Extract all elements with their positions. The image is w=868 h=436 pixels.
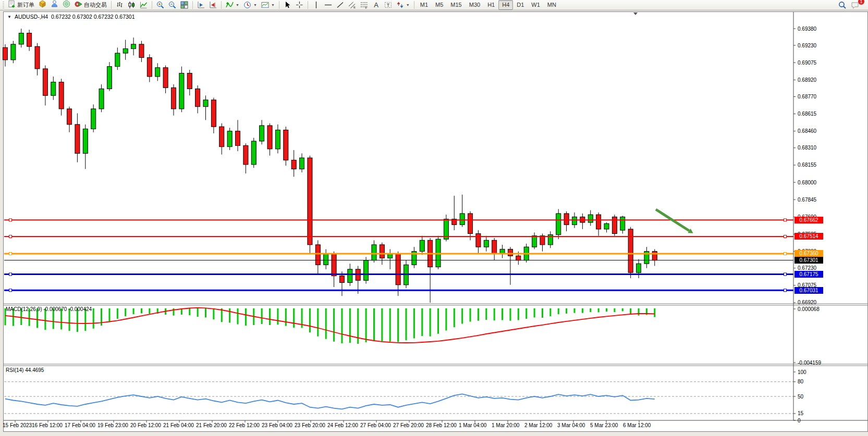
rsi-scale-label: 80 — [798, 379, 804, 384]
tile-windows-button[interactable] — [178, 0, 190, 10]
macd-bar — [445, 308, 447, 331]
candle-up — [572, 217, 577, 225]
chart-canvas[interactable]: 0.693800.692300.690750.689200.687700.686… — [0, 0, 868, 436]
vertical-line-button[interactable] — [310, 0, 322, 10]
candle-up — [83, 129, 88, 153]
toolbar-grip[interactable] — [3, 2, 4, 9]
macd-bar — [93, 308, 94, 329]
rsi-scale-label: 0 — [798, 418, 801, 423]
macd-bar — [237, 308, 239, 325]
macd-bar — [317, 308, 319, 337]
macd-bar — [622, 308, 624, 312]
candle-down — [187, 73, 192, 89]
symbol-period-label: AUDUSD-,H4 — [15, 14, 48, 20]
signals-button[interactable] — [60, 0, 72, 10]
timeframe-m30[interactable]: M30 — [466, 0, 484, 10]
price-tick-label: 0.66920 — [798, 300, 817, 305]
candlestick-chart-button[interactable] — [126, 0, 138, 10]
zoom-out-button[interactable] — [166, 0, 178, 10]
timeframe-h4[interactable]: H4 — [498, 0, 513, 10]
chevron-down-icon: ▼ — [236, 3, 239, 7]
macd-bar — [502, 308, 503, 320]
text-label-button[interactable]: T — [382, 0, 394, 10]
gold-cube-button[interactable] — [36, 0, 48, 10]
timeframe-m5[interactable]: M5 — [432, 0, 447, 10]
macd-bar — [525, 308, 527, 319]
chart-title: ▼AUDUSD-,H4 0.67232 0.67302 0.67232 0.67… — [7, 14, 135, 20]
macd-bar — [333, 308, 335, 342]
cursor-button[interactable] — [282, 0, 294, 10]
horizontal-line-button[interactable] — [322, 0, 334, 10]
macd-bar — [654, 308, 655, 317]
candle-up — [532, 236, 537, 247]
macd-bar — [606, 308, 607, 312]
candle-up — [179, 73, 184, 109]
candle-up — [251, 141, 256, 165]
macd-bar — [389, 308, 391, 342]
candle-up — [51, 82, 56, 96]
candle-down — [284, 130, 288, 160]
price-tick-label: 0.69230 — [798, 43, 817, 48]
indicators-button[interactable]: ▼ — [224, 0, 241, 10]
timeframe-m15[interactable]: M15 — [447, 0, 465, 10]
chart-window-frame — [4, 12, 868, 432]
candle-up — [420, 240, 424, 251]
macd-bar — [277, 308, 278, 325]
symbol-dropdown-icon[interactable]: ▼ — [7, 15, 11, 19]
price-tick-label: 0.69075 — [798, 60, 817, 66]
macd-bar — [197, 308, 199, 317]
candle-up — [324, 254, 328, 265]
new-order-label: 新订单 — [17, 1, 34, 9]
equidistant-channel-button[interactable]: E — [346, 0, 358, 10]
text-button[interactable]: A — [370, 0, 382, 10]
candle-down — [59, 82, 64, 109]
templates-button[interactable]: ▼ — [259, 0, 277, 10]
line-handle — [9, 235, 12, 238]
notifications-button[interactable]: 1 — [849, 0, 862, 10]
community-button[interactable] — [48, 0, 60, 10]
timeframe-w1[interactable]: W1 — [528, 0, 544, 10]
macd-bar — [149, 308, 150, 314]
crosshair-button[interactable] — [294, 0, 305, 10]
macd-bar — [421, 308, 423, 336]
macd-bar — [341, 308, 343, 343]
timeframe-mn[interactable]: MN — [544, 0, 560, 10]
candle-up — [115, 53, 120, 67]
macd-bar — [133, 308, 135, 314]
fibonacci-button[interactable]: F — [358, 0, 370, 10]
search-button[interactable] — [836, 0, 849, 10]
line-handle — [9, 252, 12, 255]
periods-button[interactable]: ▼ — [241, 0, 259, 10]
macd-bar — [269, 308, 271, 325]
svg-text:T: T — [387, 3, 390, 8]
price-tag-0.67662: 0.67662 — [794, 217, 823, 223]
trendline-button[interactable] — [334, 0, 346, 10]
line-handle — [784, 273, 787, 276]
candle-down — [267, 126, 272, 149]
chevron-down-icon: ▼ — [406, 3, 410, 7]
macd-scale-label: -0.004159 — [798, 360, 821, 366]
candle-up — [123, 48, 128, 53]
auto-arrange-button[interactable] — [195, 0, 207, 10]
track-chart-button[interactable] — [207, 0, 219, 10]
timeframe-h1[interactable]: H1 — [484, 0, 498, 10]
bar-chart-button[interactable] — [114, 0, 126, 10]
timeframe-d1[interactable]: D1 — [513, 0, 528, 10]
macd-bar — [461, 308, 463, 324]
candle-down — [291, 160, 296, 169]
price-tick-label: 0.68920 — [798, 77, 817, 83]
new-order-button[interactable]: 新订单 — [6, 0, 36, 10]
candle-down — [540, 236, 545, 245]
horizontal-line-icon — [324, 1, 332, 9]
timeframe-m1[interactable]: M1 — [417, 0, 432, 10]
macd-bar — [213, 308, 214, 319]
svg-text:E: E — [353, 6, 356, 9]
zoom-in-button[interactable] — [154, 0, 166, 10]
arrows-button[interactable]: ▼ — [394, 0, 412, 10]
macd-bar — [365, 308, 367, 342]
auto-trading-button[interactable]: 自动交易 — [72, 0, 109, 10]
line-chart-button[interactable] — [138, 0, 150, 10]
price-tag-0.67031: 0.67031 — [794, 287, 823, 294]
candlestick-icon — [128, 1, 136, 9]
separator — [414, 1, 414, 9]
